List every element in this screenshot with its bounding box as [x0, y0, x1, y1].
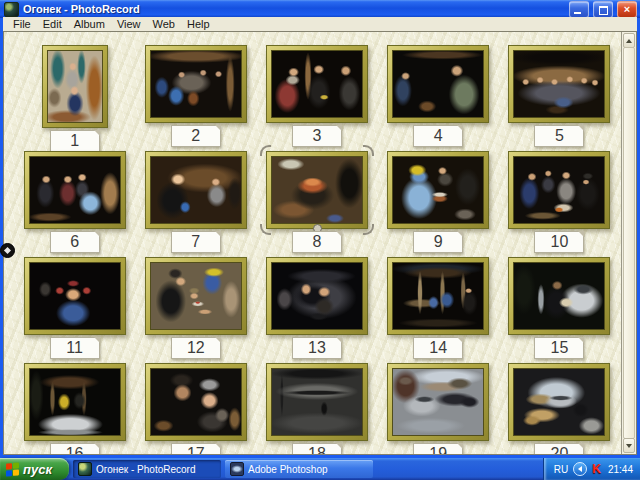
thumbnail-grid: 1234567891011121314151617181920: [14, 32, 620, 454]
thumbnail-8[interactable]: 8: [266, 151, 368, 257]
photo-thumbnail[interactable]: [392, 156, 484, 224]
photo-frame[interactable]: [145, 151, 247, 229]
title-bar[interactable]: Огонек - PhotoRecord ×: [0, 0, 640, 18]
menu-item-web[interactable]: Web: [147, 18, 181, 31]
photo-thumbnail[interactable]: [271, 368, 363, 436]
photo-thumbnail[interactable]: [513, 262, 605, 330]
thumbnail-7[interactable]: 7: [145, 151, 247, 257]
photo-thumbnail[interactable]: [150, 262, 242, 330]
menu-item-album[interactable]: Album: [68, 18, 111, 31]
language-indicator[interactable]: RU: [554, 464, 568, 475]
thumbnail-4[interactable]: 4: [387, 45, 489, 151]
menu-item-file[interactable]: File: [7, 18, 37, 31]
arrow-down-icon: [626, 444, 632, 448]
thumbnail-number: 1: [50, 130, 100, 152]
photo-frame[interactable]: [24, 363, 126, 441]
scroll-up-button[interactable]: [623, 33, 635, 48]
thumbnail-18[interactable]: 18: [266, 363, 368, 455]
photorecord-icon: [78, 462, 92, 476]
photo-frame[interactable]: [508, 45, 610, 123]
arrow-up-icon: [626, 39, 632, 43]
photo-frame[interactable]: [145, 363, 247, 441]
thumbnail-9[interactable]: 9: [387, 151, 489, 257]
minimize-button[interactable]: [569, 1, 589, 18]
photo-thumbnail[interactable]: [392, 50, 484, 118]
thumbnail-15[interactable]: 15: [508, 257, 610, 363]
app-icon: [4, 2, 19, 17]
thumbnail-3[interactable]: 3: [266, 45, 368, 151]
photo-thumbnail[interactable]: [29, 368, 121, 436]
thumbnail-14[interactable]: 14: [387, 257, 489, 363]
thumbnail-number: 13: [292, 337, 342, 359]
photo-thumbnail[interactable]: [47, 50, 103, 123]
photo-frame[interactable]: [387, 257, 489, 335]
kaspersky-icon[interactable]: K: [592, 463, 601, 475]
photo-thumbnail[interactable]: [271, 50, 363, 118]
photo-frame[interactable]: [24, 257, 126, 335]
thumbnail-10[interactable]: 10: [508, 151, 610, 257]
photo-thumbnail[interactable]: [271, 262, 363, 330]
selection-handle-br[interactable]: [363, 224, 374, 235]
menu-bar: FileEditAlbumViewWebHelp: [3, 17, 637, 32]
photo-frame[interactable]: [508, 151, 610, 229]
menu-item-view[interactable]: View: [111, 18, 147, 31]
thumbnail-2[interactable]: 2: [145, 45, 247, 151]
photo-thumbnail[interactable]: [513, 156, 605, 224]
restore-button[interactable]: [593, 1, 613, 18]
scroll-down-button[interactable]: [623, 438, 635, 453]
photo-frame[interactable]: [387, 363, 489, 441]
photo-thumbnail[interactable]: [150, 368, 242, 436]
photo-thumbnail[interactable]: [150, 50, 242, 118]
thumbnail-1[interactable]: 1: [42, 45, 108, 151]
thumbnail-number: 15: [534, 337, 584, 359]
photo-frame[interactable]: [266, 363, 368, 441]
album-canvas: 1234567891011121314151617181920: [3, 31, 637, 455]
diamond-icon: [4, 247, 11, 254]
photo-frame[interactable]: [42, 45, 108, 128]
thumbnail-11[interactable]: 11: [24, 257, 126, 363]
photo-frame[interactable]: [266, 45, 368, 123]
vertical-scrollbar[interactable]: [621, 32, 636, 454]
photo-thumbnail[interactable]: [271, 156, 363, 224]
thumbnail-number: 2: [171, 125, 221, 147]
thumbnail-13[interactable]: 13: [266, 257, 368, 363]
photo-frame[interactable]: [508, 363, 610, 441]
menu-item-help[interactable]: Help: [181, 18, 216, 31]
selection-handle-tl[interactable]: [260, 145, 271, 156]
thumbnail-number: 4: [413, 125, 463, 147]
photo-frame[interactable]: [508, 257, 610, 335]
photo-frame[interactable]: [387, 45, 489, 123]
photo-thumbnail[interactable]: [513, 50, 605, 118]
photo-thumbnail[interactable]: [29, 156, 121, 224]
photo-thumbnail[interactable]: [392, 368, 484, 436]
photo-thumbnail[interactable]: [513, 368, 605, 436]
thumbnail-16[interactable]: 16: [24, 363, 126, 455]
thumbnail-12[interactable]: 12: [145, 257, 247, 363]
side-panel-toggle[interactable]: [0, 243, 15, 258]
photo-frame[interactable]: [266, 151, 368, 229]
thumbnail-17[interactable]: 17: [145, 363, 247, 455]
collapse-chevron-icon[interactable]: [573, 462, 587, 476]
thumbnail-20[interactable]: 20: [508, 363, 610, 455]
photo-frame[interactable]: [145, 45, 247, 123]
thumbnail-6[interactable]: 6: [24, 151, 126, 257]
photo-thumbnail[interactable]: [29, 262, 121, 330]
photo-frame[interactable]: [266, 257, 368, 335]
thumbnail-5[interactable]: 5: [508, 45, 610, 151]
task-label: Adobe Photoshop: [248, 464, 328, 475]
photo-frame[interactable]: [145, 257, 247, 335]
selection-handle-tr[interactable]: [363, 145, 374, 156]
photo-thumbnail[interactable]: [392, 262, 484, 330]
minimize-icon: [574, 12, 581, 14]
close-button[interactable]: ×: [617, 1, 637, 18]
task-button-1[interactable]: Огонек - PhotoRecord: [73, 460, 221, 478]
photo-thumbnail[interactable]: [150, 156, 242, 224]
thumbnail-19[interactable]: 19: [387, 363, 489, 455]
photo-frame[interactable]: [387, 151, 489, 229]
start-button[interactable]: пуск: [0, 458, 69, 480]
photo-frame[interactable]: [24, 151, 126, 229]
menu-item-edit[interactable]: Edit: [37, 18, 68, 31]
selection-handle-bl[interactable]: [260, 224, 271, 235]
scrollbar-thumb[interactable]: [623, 47, 635, 439]
task-button-2[interactable]: Adobe Photoshop: [225, 460, 373, 478]
